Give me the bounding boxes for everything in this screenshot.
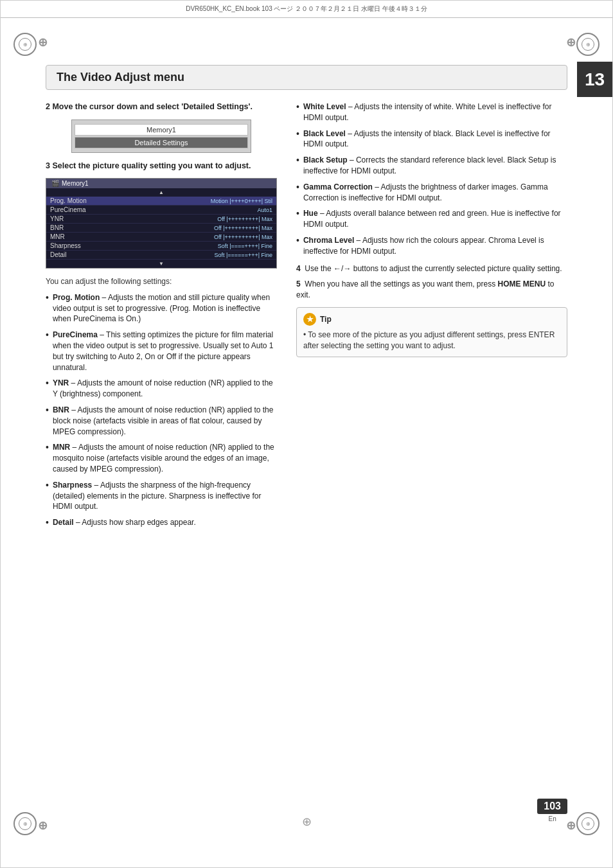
tip-icon: ★ — [303, 313, 316, 326]
tip-content: • To see more of the picture as you adju… — [303, 330, 560, 351]
menu-item-detailed-settings: Detailed Settings — [75, 137, 248, 148]
bottom-center-cross: ⊕ — [302, 815, 312, 829]
page-number-area: 103 En — [537, 799, 567, 822]
list-item: •YNR – Adjusts the amount of noise reduc… — [46, 378, 277, 400]
cross-tr: ⊕ — [564, 36, 577, 49]
list-item: •White Level – Adjusts the intensity of … — [296, 102, 567, 123]
list-item: •Prog. Motion – Adjusts the motion and s… — [46, 292, 277, 324]
main-content: The Video Adjust menu 2 Move the cursor … — [46, 65, 567, 803]
right-column: •White Level – Adjusts the intensity of … — [296, 102, 567, 533]
settings-row: SharpnessSoft |====++++| Fine — [46, 242, 276, 251]
list-item: •Black Setup – Corrects the standard ref… — [296, 155, 567, 177]
corner-bl: ⊕ — [13, 812, 37, 835]
body-intro-text: You can adjust the following settings: — [46, 276, 277, 287]
scroll-down-indicator: ▼ — [46, 260, 276, 268]
settings-row: DetailSoft |======+++| Fine — [46, 251, 276, 260]
list-item: •Sharpness – Adjusts the sharpness of th… — [46, 480, 277, 512]
scroll-up-indicator: ▲ — [46, 188, 276, 197]
left-column: 2 Move the cursor down and select 'Detai… — [46, 102, 277, 533]
list-item: •MNR – Adjusts the amount of noise reduc… — [46, 442, 277, 474]
title-bar: The Video Adjust menu — [46, 65, 567, 90]
settings-row: YNROff |+++++++++| Max — [46, 215, 276, 224]
step2-heading: 2 Move the cursor down and select 'Detai… — [46, 102, 277, 113]
page-lang: En — [549, 815, 556, 822]
list-item: •Gamma Correction – Adjusts the brightne… — [296, 182, 567, 204]
tip-box: ★ Tip • To see more of the picture as yo… — [296, 307, 567, 357]
tip-header: ★ Tip — [303, 313, 560, 326]
settings-row: Prog. MotionMotion |++++0++++| Stil — [46, 197, 276, 206]
menu-screenshot: Memory1 Detailed Settings — [71, 120, 251, 153]
settings-row: BNROff |++++++++++| Max — [46, 224, 276, 233]
top-bar: DVR650HK_KC_EN.book 103 ページ ２００７年２月２１日 水… — [1, 1, 612, 18]
top-bar-text: DVR650HK_KC_EN.book 103 ページ ２００７年２月２１日 水… — [186, 5, 427, 12]
settings-row: PureCinemaAuto1 — [46, 206, 276, 215]
settings-title: Memory1 — [62, 180, 89, 187]
step5-text: 5 When you have all the settings as you … — [296, 279, 567, 301]
corner-inner-tr: ⊕ — [582, 38, 594, 51]
chapter-badge: 13 — [577, 62, 612, 97]
corner-tl: ⊕ — [13, 33, 37, 56]
corner-inner-bl: ⊕ — [19, 817, 31, 830]
cross-tl: ⊕ — [36, 36, 49, 49]
settings-title-bar: 🎬 Memory1 — [46, 179, 276, 188]
cross-bl: ⊕ — [36, 819, 49, 832]
corner-br: ⊕ — [576, 812, 600, 835]
settings-icon: 🎬 — [51, 180, 59, 187]
settings-row: MNROff |++++++++++| Max — [46, 233, 276, 242]
menu-item-memory1: Memory1 — [75, 124, 248, 136]
list-item: •Detail – Adjusts how sharp edges appear… — [46, 517, 277, 528]
settings-rows: Prog. MotionMotion |++++0++++| StilPureC… — [46, 197, 276, 260]
corner-inner-br: ⊕ — [582, 817, 594, 830]
settings-screenshot: 🎬 Memory1 ▲ Prog. MotionMotion |++++0+++… — [46, 178, 277, 269]
list-item: •Black Level – Adjusts the intensity of … — [296, 128, 567, 150]
step4-text: 4 Use the ←/→ buttons to adjust the curr… — [296, 263, 567, 274]
corner-tr: ⊕ — [576, 33, 600, 56]
list-item: •Chroma Level – Adjusts how rich the col… — [296, 235, 567, 257]
page-number-badge: 103 — [537, 799, 567, 814]
page: DVR650HK_KC_EN.book 103 ページ ２００７年２月２１日 水… — [0, 0, 613, 868]
list-item: •BNR – Adjusts the amount of noise reduc… — [46, 405, 277, 437]
corner-inner-tl: ⊕ — [19, 38, 31, 51]
tip-bullet-text: To see more of the picture as you adjust… — [303, 330, 555, 350]
tip-title: Tip — [320, 315, 332, 324]
right-bullet-list: •White Level – Adjusts the intensity of … — [296, 102, 567, 257]
two-column-layout: 2 Move the cursor down and select 'Detai… — [46, 102, 567, 533]
step3-heading: 3 Select the picture quality setting you… — [46, 161, 277, 172]
list-item: •Hue – Adjusts overall balance between r… — [296, 208, 567, 230]
list-item: •PureCinema – This setting optimizes the… — [46, 330, 277, 373]
page-title: The Video Adjust menu — [57, 71, 556, 84]
left-bullet-list: •Prog. Motion – Adjusts the motion and s… — [46, 292, 277, 528]
